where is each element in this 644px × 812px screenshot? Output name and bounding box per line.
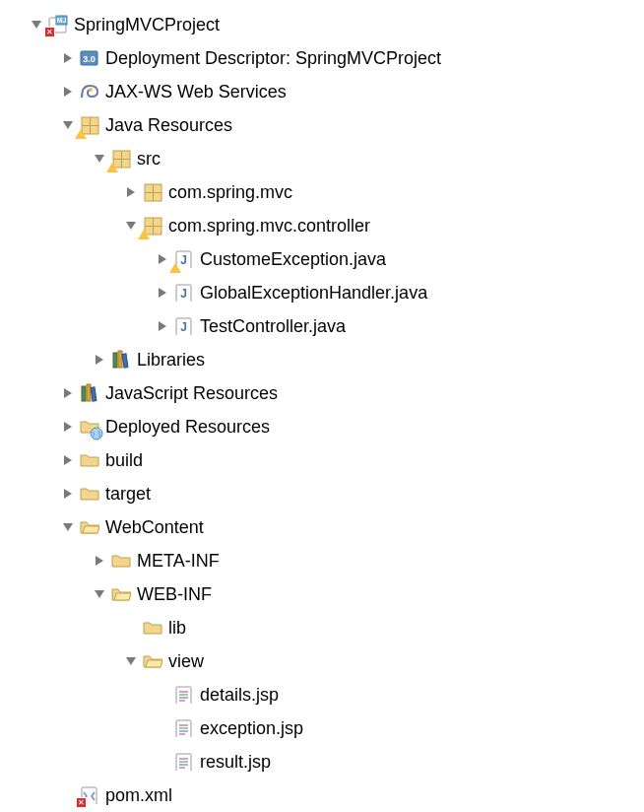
toggle-none: [61, 788, 75, 802]
java-file-icon: [173, 282, 195, 304]
package-icon: [142, 181, 163, 203]
webcontent-label: WebContent: [104, 517, 204, 538]
deployed-resources-label: Deployed Resources: [104, 417, 270, 438]
view-label: view: [167, 651, 204, 672]
file-details-jsp-label: details.jsp: [199, 685, 279, 706]
chevron-right-icon[interactable]: [93, 353, 106, 367]
deployment-descriptor-label: Deployment Descriptor: SpringMVCProject: [104, 48, 441, 69]
file-pom-xml[interactable]: pom.xml: [8, 778, 636, 812]
jsp-file-icon: [173, 751, 195, 773]
target-label: target: [104, 484, 151, 505]
folder-open-icon: [142, 650, 163, 672]
jaxws-label: JAX-WS Web Services: [104, 82, 287, 102]
jsp-file-icon: [173, 717, 195, 739]
package-mvc[interactable]: com.spring.mvc: [8, 175, 636, 209]
globe-folder-icon: [79, 416, 100, 438]
package-root-icon: [79, 114, 100, 136]
toggle-none: [156, 755, 169, 769]
file-details-jsp[interactable]: details.jsp: [8, 678, 636, 711]
file-pom-xml-label: pom.xml: [104, 785, 172, 806]
chevron-right-icon[interactable]: [61, 85, 75, 99]
chevron-down-icon[interactable]: [61, 118, 75, 132]
jsp-file-icon: [173, 684, 195, 706]
src-label: src: [136, 149, 161, 169]
toggle-none: [156, 688, 169, 702]
chevron-down-icon[interactable]: [93, 152, 106, 166]
deployment-descriptor[interactable]: Deployment Descriptor: SpringMVCProject: [8, 41, 636, 75]
webcontent-folder[interactable]: WebContent: [8, 510, 636, 544]
toggle-none: [156, 721, 169, 735]
chevron-right-icon[interactable]: [61, 386, 75, 400]
project-root[interactable]: SpringMVCProject: [8, 8, 636, 41]
java-file-icon: [173, 248, 195, 270]
package-controller-label: com.spring.mvc.controller: [167, 216, 370, 237]
chevron-right-icon[interactable]: [93, 554, 106, 568]
folder-icon: [79, 449, 100, 471]
java-resources[interactable]: Java Resources: [8, 108, 636, 142]
java-resources-label: Java Resources: [104, 115, 232, 136]
deployed-resources[interactable]: Deployed Resources: [8, 410, 636, 443]
package-icon: [142, 215, 163, 237]
package-mvc-label: com.spring.mvc: [167, 182, 292, 203]
folder-icon: [110, 550, 132, 572]
file-global-exception-handler-label: GlobalExceptionHandler.java: [199, 283, 427, 304]
src-folder[interactable]: src: [8, 142, 636, 175]
chevron-down-icon[interactable]: [124, 654, 138, 668]
javascript-resources-label: JavaScript Resources: [104, 383, 278, 404]
file-exception-jsp-label: exception.jsp: [199, 718, 303, 739]
view-folder[interactable]: view: [8, 644, 636, 678]
file-result-jsp-label: result.jsp: [199, 752, 271, 773]
libraries-label: Libraries: [136, 350, 205, 371]
lib-label: lib: [167, 618, 186, 639]
folder-icon: [142, 617, 163, 639]
file-custome-exception[interactable]: CustomeException.java: [8, 242, 636, 276]
toggle-none: [124, 621, 138, 635]
file-global-exception-handler[interactable]: GlobalExceptionHandler.java: [8, 276, 636, 309]
web-inf-label: WEB-INF: [136, 584, 212, 605]
file-test-controller-label: TestController.java: [199, 316, 346, 337]
chevron-right-icon[interactable]: [124, 185, 138, 199]
chevron-right-icon[interactable]: [156, 286, 169, 300]
libraries-icon: [110, 349, 132, 371]
file-exception-jsp[interactable]: exception.jsp: [8, 711, 636, 745]
svg-point-23: [91, 428, 102, 440]
folder-icon: [79, 483, 100, 505]
maven-project-icon: [47, 14, 69, 35]
folder-open-icon: [110, 583, 132, 605]
build-label: build: [104, 450, 143, 471]
source-folder-icon: [110, 148, 132, 169]
project-root-label: SpringMVCProject: [73, 15, 220, 35]
chevron-right-icon[interactable]: [61, 51, 75, 65]
chevron-down-icon[interactable]: [61, 520, 75, 534]
jaxws-services[interactable]: JAX-WS Web Services: [8, 75, 636, 108]
chevron-right-icon[interactable]: [61, 420, 75, 434]
folder-open-icon: [79, 516, 100, 538]
web-inf-folder[interactable]: WEB-INF: [8, 577, 636, 611]
chevron-down-icon[interactable]: [93, 587, 106, 601]
package-controller[interactable]: com.spring.mvc.controller: [8, 209, 636, 242]
libraries[interactable]: Libraries: [8, 343, 636, 376]
chevron-down-icon[interactable]: [124, 219, 138, 233]
chevron-down-icon[interactable]: [30, 18, 43, 32]
libraries-icon: [79, 382, 100, 404]
build-folder[interactable]: build: [8, 443, 636, 477]
deployment-descriptor-icon: [79, 47, 100, 69]
target-folder[interactable]: target: [8, 477, 636, 510]
chevron-right-icon[interactable]: [156, 252, 169, 266]
file-custome-exception-label: CustomeException.java: [199, 249, 386, 270]
xml-file-icon: [79, 784, 100, 806]
chevron-right-icon[interactable]: [156, 319, 169, 333]
lib-folder[interactable]: lib: [8, 611, 636, 644]
web-service-icon: [79, 81, 100, 102]
chevron-right-icon[interactable]: [61, 453, 75, 467]
file-result-jsp[interactable]: result.jsp: [8, 745, 636, 778]
chevron-right-icon[interactable]: [61, 487, 75, 501]
javascript-resources[interactable]: JavaScript Resources: [8, 376, 636, 410]
meta-inf-label: META-INF: [136, 551, 220, 572]
meta-inf-folder[interactable]: META-INF: [8, 544, 636, 577]
java-file-icon: [173, 315, 195, 337]
file-test-controller[interactable]: TestController.java: [8, 309, 636, 343]
